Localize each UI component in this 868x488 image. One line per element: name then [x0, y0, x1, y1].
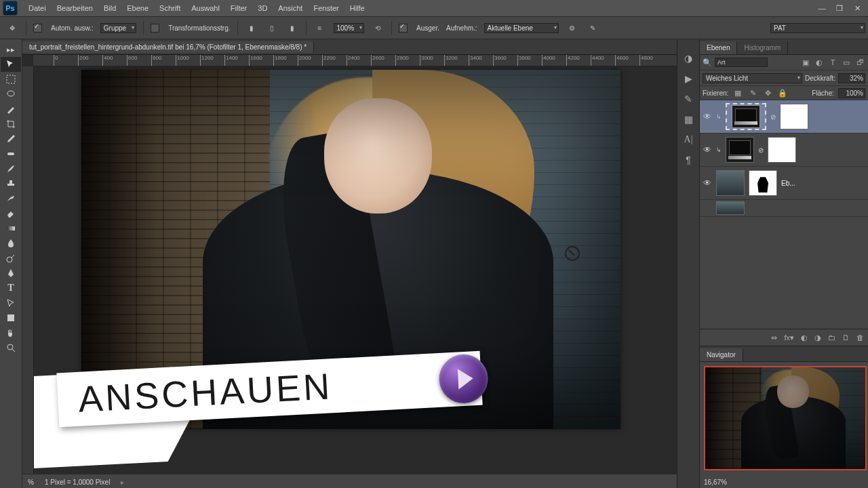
- align-center-icon[interactable]: ▯: [265, 21, 279, 35]
- menu-view[interactable]: Ansicht: [273, 1, 308, 15]
- lock-all-icon[interactable]: 🔒: [777, 89, 788, 98]
- hand-tool[interactable]: [1, 325, 21, 340]
- marquee-tool[interactable]: [1, 72, 21, 87]
- layer-thumb[interactable]: [726, 137, 754, 163]
- zoom-tool[interactable]: [1, 340, 21, 355]
- mask-icon[interactable]: ◐: [801, 333, 808, 342]
- filter-smart-icon[interactable]: 🗗: [854, 58, 865, 66]
- window-close[interactable]: ✕: [849, 2, 865, 14]
- mask-thumb[interactable]: [768, 137, 796, 163]
- opacity-value[interactable]: 32%: [838, 73, 865, 83]
- ausger-checkbox[interactable]: [399, 24, 408, 33]
- shape-tool[interactable]: [1, 310, 21, 325]
- visibility-toggle[interactable]: 👁: [703, 145, 712, 155]
- layer-row-1[interactable]: 👁 ↳ ⊘: [700, 100, 868, 134]
- layer-thumb[interactable]: [716, 201, 745, 215]
- lock-brush-icon[interactable]: ✎: [747, 89, 758, 98]
- move-tool[interactable]: [1, 57, 21, 72]
- filter-type-icon[interactable]: T: [827, 58, 838, 66]
- canvas[interactable]: [81, 70, 620, 429]
- path-select-tool[interactable]: [1, 296, 21, 310]
- sample-layer-dropdown[interactable]: Aktuelle Ebene: [484, 23, 559, 33]
- eyedropper-tool[interactable]: [1, 131, 21, 146]
- auto-select-dropdown[interactable]: Gruppe: [100, 23, 136, 33]
- menu-select[interactable]: Auswahl: [186, 1, 225, 15]
- menu-type[interactable]: Schrift: [154, 1, 186, 15]
- filter-shape-icon[interactable]: ▭: [841, 58, 852, 67]
- tab-layers[interactable]: Ebenen: [700, 41, 737, 54]
- layer-name[interactable]: Eb...: [781, 180, 795, 187]
- gear-icon[interactable]: ⚙: [566, 21, 579, 35]
- new-layer-icon[interactable]: 🗋: [842, 333, 850, 342]
- mask-thumb[interactable]: [749, 170, 777, 196]
- brush-panel-icon[interactable]: ✎: [684, 94, 692, 104]
- window-minimize[interactable]: —: [814, 2, 830, 14]
- workspace-dropdown[interactable]: PAT: [770, 23, 865, 33]
- blend-mode-dropdown[interactable]: Weiches Licht: [703, 73, 802, 83]
- layer-filter-dropdown[interactable]: Art: [715, 58, 768, 67]
- 3d-mode-icon[interactable]: ⟲: [371, 21, 384, 35]
- history-panel-icon[interactable]: ◑: [684, 53, 692, 64]
- fill-value[interactable]: 100%: [838, 88, 865, 98]
- menu-layer[interactable]: Ebene: [121, 1, 154, 15]
- adjustment-icon[interactable]: ◑: [814, 333, 821, 342]
- history-brush-tool[interactable]: [1, 191, 21, 206]
- stamp-tool[interactable]: [1, 176, 21, 191]
- layer-thumb[interactable]: [716, 170, 745, 196]
- layer-row-4[interactable]: [700, 200, 868, 217]
- lock-pixels-icon[interactable]: ▦: [732, 89, 743, 98]
- document-tab[interactable]: tut_portrait_freistellen_hintergrund-abd…: [22, 41, 314, 53]
- link-icon[interactable]: ⊘: [758, 146, 764, 154]
- visibility-toggle[interactable]: 👁: [703, 178, 712, 188]
- tab-navigator[interactable]: Navigator: [700, 348, 743, 361]
- trash-icon[interactable]: 🗑: [856, 333, 864, 342]
- type-tool[interactable]: T: [1, 281, 21, 296]
- menu-window[interactable]: Fenster: [308, 1, 344, 15]
- menu-file[interactable]: Datei: [23, 1, 52, 15]
- align-right-icon[interactable]: ▮: [285, 21, 299, 35]
- link-layers-icon[interactable]: ⇔: [771, 333, 777, 342]
- wand-tool[interactable]: [1, 102, 21, 117]
- menu-3d[interactable]: 3D: [252, 1, 273, 15]
- fx-icon[interactable]: fx▾: [784, 333, 794, 342]
- filter-adjust-icon[interactable]: ◐: [814, 58, 825, 67]
- transform-controls-checkbox[interactable]: [151, 24, 159, 33]
- lock-position-icon[interactable]: ✥: [762, 89, 773, 98]
- menu-help[interactable]: Hilfe: [344, 1, 370, 15]
- healing-tool[interactable]: [1, 146, 21, 161]
- brush-settings-icon[interactable]: ✎: [586, 21, 599, 35]
- canvas-viewport[interactable]: ANSCHAUEN: [34, 66, 677, 474]
- layer-row-2[interactable]: 👁 ↳ ⊘: [700, 134, 868, 167]
- blur-tool[interactable]: [1, 236, 21, 251]
- actions-panel-icon[interactable]: ▶: [685, 73, 692, 84]
- menu-image[interactable]: Bild: [98, 1, 121, 15]
- eraser-tool[interactable]: [1, 206, 21, 221]
- menu-edit[interactable]: Bearbeiten: [52, 1, 98, 15]
- navigator-thumbnail[interactable]: [704, 366, 867, 470]
- character-panel-icon[interactable]: A|: [684, 134, 693, 145]
- distribute-icon[interactable]: ≡: [313, 21, 327, 35]
- paragraph-panel-icon[interactable]: ¶: [686, 155, 691, 165]
- auto-select-checkbox[interactable]: [33, 24, 42, 33]
- crop-tool[interactable]: [1, 117, 21, 131]
- brush-tool[interactable]: [1, 161, 21, 176]
- window-restore[interactable]: ❐: [831, 2, 848, 14]
- navigator-zoom[interactable]: 16,67%: [704, 479, 727, 486]
- gradient-tool[interactable]: [1, 221, 21, 236]
- swatches-panel-icon[interactable]: ▦: [684, 114, 693, 125]
- layer-row-3[interactable]: 👁 Eb...: [700, 167, 868, 200]
- mask-thumb[interactable]: [780, 104, 808, 129]
- tab-histogram[interactable]: Histogramm: [737, 41, 788, 54]
- menu-filter[interactable]: Filter: [225, 1, 252, 15]
- pen-tool[interactable]: [1, 266, 21, 281]
- collapse-icon[interactable]: ▸▸: [1, 42, 21, 57]
- visibility-toggle[interactable]: 👁: [703, 112, 712, 121]
- lasso-tool[interactable]: [1, 87, 21, 102]
- zoom-value[interactable]: 100%: [334, 23, 365, 33]
- link-icon[interactable]: ⊘: [770, 113, 776, 121]
- group-icon[interactable]: 🗀: [828, 333, 835, 342]
- layer-thumb[interactable]: [726, 103, 766, 130]
- filter-image-icon[interactable]: ▣: [800, 58, 811, 67]
- dodge-tool[interactable]: [1, 251, 21, 266]
- align-left-icon[interactable]: ▮: [245, 21, 258, 35]
